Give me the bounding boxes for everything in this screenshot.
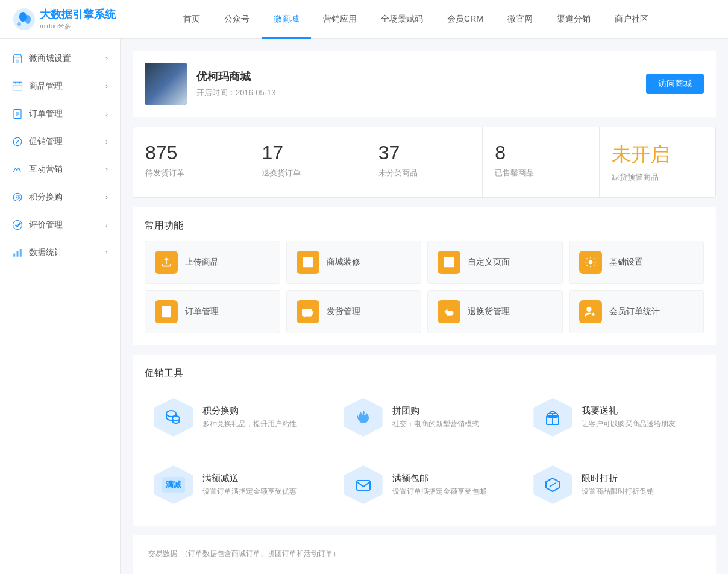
visit-shop-button[interactable]: 访问商城: [646, 74, 704, 94]
stat-number-alert: 未开启: [612, 142, 703, 168]
func-basic-settings[interactable]: 基础设置: [569, 241, 704, 284]
logo-sub: midoo米多: [40, 22, 116, 31]
promo-item-points[interactable]: 积分换购 多种兑换礼品，提升用户粘性: [145, 388, 325, 446]
ship-icon: [302, 306, 314, 318]
chevron-icon-4: ›: [105, 137, 108, 146]
sidebar-item-goods[interactable]: 商品管理 ›: [0, 72, 120, 100]
promo-name-gift: 我要送礼: [582, 405, 694, 417]
stat-number-pending: 875: [145, 142, 237, 164]
datastats-icon: [12, 247, 23, 258]
points-icon: 积: [12, 192, 23, 203]
promo-content-discount: 限时打折 设置商品限时打折促销: [582, 473, 694, 497]
sidebar-item-datastats[interactable]: 数据统计 ›: [0, 239, 120, 266]
custom-page-icon: [443, 256, 455, 268]
promo-hex-manjian: 满减: [154, 465, 193, 504]
promo-content-gift: 我要送礼 让客户可以购买商品送给朋友: [582, 405, 694, 429]
promo-desc-manjian: 设置订单满指定金额享受优惠: [202, 487, 315, 497]
stat-label-alert: 缺货预警商品: [612, 172, 703, 183]
func-upload-goods[interactable]: 上传商品: [145, 241, 280, 284]
sidebar-item-points[interactable]: 积 积分换购 ›: [0, 183, 120, 211]
func-label-settings: 基础设置: [609, 257, 643, 268]
logo-area: 大数据引擎系统 midoo米多: [12, 7, 116, 31]
nav-gongzhonghao[interactable]: 公众号: [212, 0, 262, 39]
stat-stock-alert[interactable]: 未开启 缺货预警商品: [600, 127, 715, 197]
nav-qudao[interactable]: 渠道分销: [545, 0, 603, 39]
svg-point-16: [589, 261, 592, 264]
promo-item-gift[interactable]: 我要送礼 让客户可以购买商品送给朋友: [524, 388, 704, 446]
upload-icon: [160, 256, 172, 268]
sidebar-label-datastats: 数据统计: [29, 247, 63, 258]
trade-data-section: 交易数据（订单数据包含商城订单、拼团订单和活动订单） 7 昨日订单 103.28…: [133, 535, 716, 574]
shop-open-date: 开店时间：2016-05-13: [196, 87, 646, 98]
func-order-mgmt[interactable]: 订单管理: [145, 290, 280, 333]
promo-icon: [12, 136, 23, 147]
sidebar-item-order[interactable]: 订单管理 ›: [0, 100, 120, 128]
nav-weishangcheng[interactable]: 微商城: [262, 0, 311, 39]
stat-pending-orders[interactable]: 875 待发货订单: [133, 127, 249, 197]
func-label-ship: 发货管理: [327, 306, 360, 317]
promo-hex-group: [344, 398, 383, 437]
sidebar-label-order: 订单管理: [29, 109, 63, 119]
chevron-icon-8: ›: [105, 248, 108, 257]
svg-rect-18: [302, 310, 311, 316]
sidebar-item-marketing[interactable]: 互动营销 ›: [0, 156, 120, 183]
stat-soldout[interactable]: 8 已售罄商品: [483, 127, 599, 197]
svg-rect-11: [13, 254, 15, 257]
fire-icon: [354, 408, 372, 426]
func-return[interactable]: 退换货管理: [427, 290, 563, 333]
promo-item-manjian[interactable]: 满减 满额减送 设置订单满指定金额享受优惠: [145, 456, 325, 514]
main-content: 优柯玛商城 开店时间：2016-05-13 访问商城 875 待发货订单 17 …: [121, 39, 728, 574]
order-mgmt-icon: [160, 306, 172, 318]
sidebar-item-promo[interactable]: 促销管理 ›: [0, 128, 120, 156]
func-member-stat[interactable]: 会员订单统计: [569, 290, 704, 333]
func-decorate[interactable]: 商城装修: [286, 241, 422, 284]
member-stat-icon: [585, 306, 597, 318]
promo-content-group: 拼团购 社交＋电商的新型营销模式: [392, 405, 505, 429]
promo-hex-discount: [533, 465, 572, 504]
promo-name-points: 积分换购: [202, 405, 315, 417]
func-ship[interactable]: 发货管理: [286, 290, 422, 333]
promo-hex-points: [154, 398, 193, 437]
nav-home[interactable]: 首页: [171, 0, 212, 39]
func-label-decorate: 商城装修: [327, 257, 360, 268]
shop-name: 优柯玛商城: [196, 69, 646, 84]
shop-info-panel: 优柯玛商城 开店时间：2016-05-13 访问商城: [133, 51, 716, 117]
chevron-icon-2: ›: [105, 82, 108, 90]
stat-return-orders[interactable]: 17 退换货订单: [249, 127, 366, 197]
promo-desc-gift: 让客户可以购买商品送给朋友: [582, 419, 694, 429]
stat-label-return: 退换货订单: [262, 168, 353, 178]
nav-weiguanwang[interactable]: 微官网: [495, 0, 545, 39]
nav-quanchang[interactable]: 全场景赋码: [369, 0, 435, 39]
decorate-icon-wrap: [297, 251, 319, 274]
promo-desc-discount: 设置商品限时打折促销: [582, 487, 694, 497]
sidebar-item-review[interactable]: 评价管理 ›: [0, 211, 120, 239]
order-icon: [12, 109, 23, 119]
marketing-icon: [12, 164, 23, 175]
nav-yingxiao[interactable]: 营销应用: [311, 0, 369, 39]
chevron-icon-6: ›: [105, 193, 108, 201]
stats-row: 875 待发货订单 17 退换货订单 37 未分类商品 8 已售罄商品 未开启 …: [133, 127, 716, 198]
promo-item-group[interactable]: 拼团购 社交＋电商的新型营销模式: [334, 388, 515, 446]
svg-point-3: [17, 22, 21, 26]
return-icon-wrap: [438, 300, 460, 323]
common-functions-section: 常用功能 上传商品 商城装修: [133, 207, 716, 345]
nav-huiyuan[interactable]: 会员CRM: [435, 0, 495, 39]
ship-icon-wrap: [297, 300, 319, 323]
layout: 微商城设置 › 商品管理 › 订单管理 › 促销管理 ›: [0, 39, 728, 574]
promo-item-manyou[interactable]: 满额包邮 设置订单满指定金额享受包邮: [334, 456, 515, 514]
logo-icon: [12, 7, 36, 31]
settings-icon: [585, 256, 597, 268]
sidebar-item-weishangcheng[interactable]: 微商城设置 ›: [0, 45, 120, 72]
promo-item-discount[interactable]: 限时打折 设置商品限时打折促销: [524, 456, 704, 514]
func-custom-page[interactable]: 自定义页面: [427, 241, 563, 284]
stat-uncategorized[interactable]: 37 未分类商品: [366, 127, 483, 197]
custom-page-icon-wrap: [438, 251, 460, 274]
promo-desc-points: 多种兑换礼品，提升用户粘性: [202, 419, 315, 429]
func-label-return: 退换货管理: [468, 306, 510, 317]
svg-rect-14: [303, 258, 312, 267]
nav-shequ[interactable]: 商户社区: [603, 0, 661, 39]
sidebar-label-review: 评价管理: [29, 219, 63, 230]
func-label-upload: 上传商品: [185, 257, 219, 268]
promo-content-points: 积分换购 多种兑换礼品，提升用户粘性: [202, 405, 315, 429]
return-icon: [443, 306, 455, 318]
